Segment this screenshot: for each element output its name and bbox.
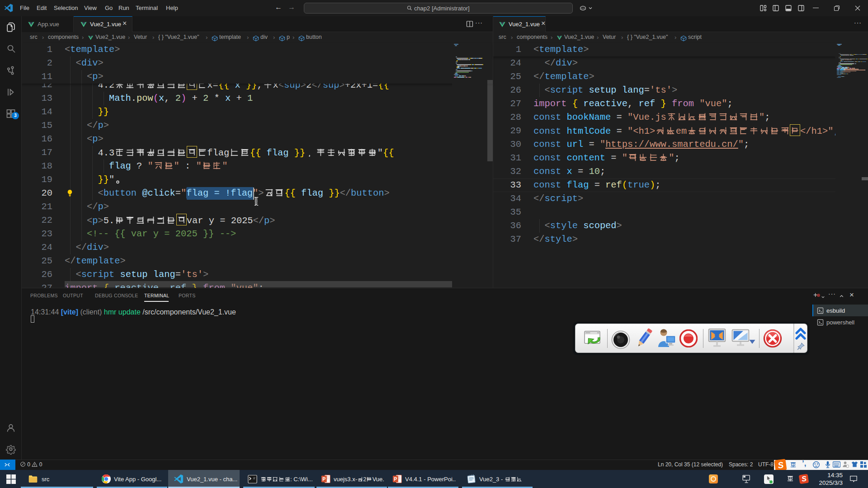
svg-text:P: P: [322, 476, 326, 482]
svg-text:P: P: [394, 476, 397, 482]
